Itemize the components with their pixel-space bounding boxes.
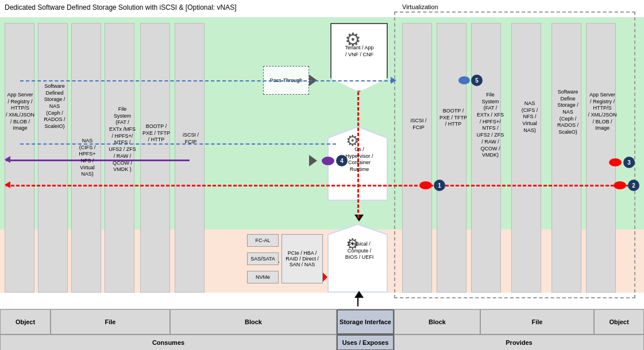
btn-file-right[interactable]: File [480, 309, 594, 335]
arrow-up-storage [354, 291, 364, 298]
col-sds-left [38, 23, 68, 293]
red-oval-3 [609, 158, 622, 166]
label-fs-left: FileSystem(FAT /EXTx /MFS/ HPFS+/NTFS /U… [105, 106, 140, 173]
blue-dashed-line-top [20, 80, 394, 81]
arrow-down-physical [354, 215, 364, 221]
btn-block-right[interactable]: Block [394, 309, 480, 335]
virtualization-label: Virtualization [402, 3, 438, 10]
red-oval-2 [614, 181, 626, 189]
vert-line-down [357, 298, 358, 306]
label-fs-right: FileSystem(FAT /EXTx / XFS/ HPFS+/NTFS /… [472, 92, 509, 159]
col-app-server-right [586, 23, 616, 293]
col-iscsi-right [402, 23, 432, 293]
col-sds-right [552, 23, 581, 293]
btn-block-left[interactable]: Block [170, 309, 337, 335]
label-nas-right: NAS(CIFS /NFS /VirtualNAS) [512, 100, 547, 134]
main-container: Dedicated Software Defined Storage Solut… [0, 0, 644, 350]
red-dashed-line [6, 185, 635, 186]
bottom-row-2: Consumes Uses / Exposes Provides [0, 335, 644, 350]
arrow-os-right [309, 155, 317, 166]
fc-al-box: FC-AL [247, 234, 279, 247]
bottom-row-1: Object File Block Storage Interface Bloc… [0, 309, 644, 335]
btn-file-left[interactable]: File [51, 309, 170, 335]
label-iscsi-left: iSCSI /FCIP [175, 132, 206, 145]
num-circle-3: 3 [623, 157, 635, 168]
purple-arrowhead-left [5, 156, 10, 163]
num-circle-1: 1 [434, 180, 445, 191]
btn-provides[interactable]: Provides [394, 335, 644, 350]
btn-uses-exposes[interactable]: Uses / Exposes [337, 335, 394, 350]
red-oval-1 [419, 181, 432, 189]
label-app-server-right: App Server/ Registry /HTTP/S/ XML/JSON/ … [587, 92, 618, 132]
nvme-box: NVMe [247, 271, 279, 283]
blue-oval-5 [458, 76, 470, 84]
col-iscsi-left [175, 23, 205, 293]
red-arrow-left [5, 181, 10, 188]
page-title: Dedicated Software Defined Storage Solut… [5, 3, 237, 11]
num-circle-5: 5 [471, 75, 483, 86]
label-physical: Physical /Compute /BIOS / UEFI [332, 241, 387, 261]
label-bootp-right: BOOTP /PXE / TFTP/ HTTP [437, 108, 469, 128]
label-os-hyp: Os /Hypervisor /ContainerRuntime [332, 146, 387, 173]
pcie-box: PCIe / HBA / RAID / Direct / SAN / NAS [281, 234, 323, 283]
col-nas-right [511, 23, 541, 293]
btn-storage-interface[interactable]: Storage Interface [337, 309, 394, 335]
label-sds-left: SoftwareDefinedStorage /NAS(Ceph /RADOS … [38, 83, 71, 130]
blue-arrow-right [391, 77, 396, 84]
label-sds-right: SoftwareDefineStorage /NAS(Ceph /RADOS /… [552, 89, 584, 136]
col-bootp-right [437, 23, 466, 293]
sas-sata-box: SAS/SATA [247, 252, 279, 265]
label-tenant-app: Tenant / App/ VNF / CNF [332, 45, 387, 58]
btn-object-left[interactable]: Object [0, 309, 51, 335]
bottom-bar: Object File Block Storage Interface Bloc… [0, 309, 644, 350]
label-nas-left: NAS(CIFS /HPFS+NFS /VirtualNAS) [72, 138, 103, 178]
label-iscsi-right: iSCSI /FCIP [403, 118, 434, 131]
num-circle-2: 2 [628, 180, 639, 191]
col-bootp-left [140, 23, 170, 293]
label-bootp-left: BOOTP /PXE / TFTP/ HTTP [141, 123, 172, 143]
btn-consumes[interactable]: Consumes [0, 335, 337, 350]
label-app-server-left: App Server/ Registry /HTTP/S/ XML/JSON/ … [5, 92, 35, 132]
btn-object-right[interactable]: Object [594, 309, 644, 335]
